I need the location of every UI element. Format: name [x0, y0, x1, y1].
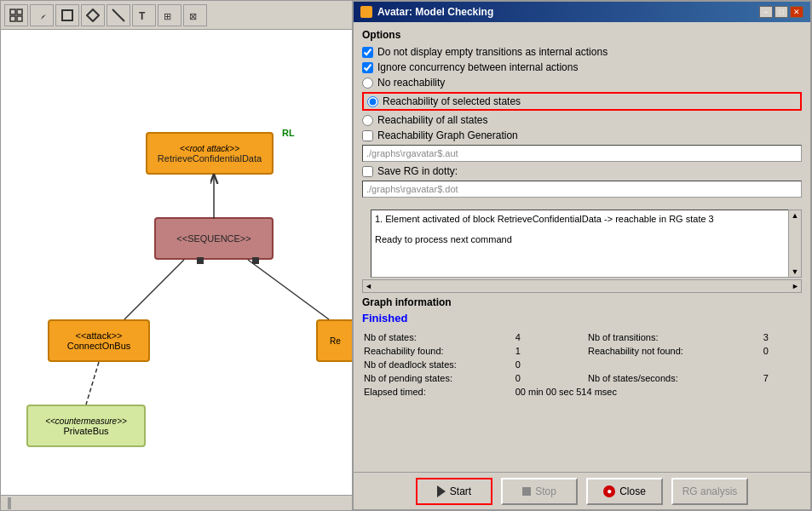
toolbar-btn-5[interactable]	[107, 4, 130, 26]
state-indicator-2	[252, 257, 259, 264]
close-button[interactable]: ● Close	[586, 478, 663, 505]
diagram-canvas: RL <<root attack>> RetrieveConfidentialD…	[1, 30, 354, 511]
svg-line-6	[112, 9, 124, 21]
attack-name: ConnectOnBus	[67, 341, 131, 351]
radio-row-3: Reachability of all states	[362, 114, 802, 126]
input-aut-path[interactable]	[362, 145, 802, 162]
radio-2-label: Reachability of selected states	[383, 95, 521, 107]
scroll-down-icon[interactable]: ▼	[792, 267, 799, 276]
scroll-left-icon[interactable]: ◄	[365, 282, 372, 290]
toolbar-btn-3[interactable]	[55, 4, 79, 26]
stop-icon	[522, 487, 531, 496]
node-countermeasure[interactable]: <<countermeasure>> PrivateBus	[26, 405, 146, 447]
graph-info: Graph information Finished Nb of states:…	[362, 296, 802, 399]
checkbox-1-label: Do not display empty transitions as inte…	[377, 46, 608, 58]
checkbox-2-label: Ignore concurrency between internal acti…	[377, 61, 578, 73]
checkbox-row-2: Ignore concurrency between internal acti…	[362, 61, 802, 73]
nb-deadlock-label: Nb of deadlock states:	[364, 359, 510, 370]
output-container: 1. Element activated of block RetrieveCo…	[362, 210, 802, 278]
window-close-button[interactable]: ✕	[790, 6, 803, 18]
radio-no-reachability[interactable]	[362, 78, 373, 89]
svg-text:T: T	[139, 10, 146, 22]
nb-states-seconds-val: 7	[760, 372, 800, 384]
attack-stereotype: <<attack>>	[75, 330, 122, 341]
rg-analysis-label: RG analysis	[682, 485, 738, 497]
stop-button[interactable]: Stop	[501, 478, 578, 505]
radio-1-label: No reachability	[377, 77, 445, 89]
title-bar: Avatar: Model Checking − □ ✕	[354, 2, 810, 22]
output-line-2	[375, 224, 789, 234]
reachability-not-found-val: 0	[760, 345, 800, 357]
svg-rect-0	[10, 9, 15, 14]
sequence-label: <<SEQUENCE>>	[176, 233, 251, 244]
checkbox-save-rg[interactable]	[362, 166, 373, 177]
scroll-right-icon[interactable]: ►	[792, 282, 799, 290]
horizontal-scrollbar[interactable]: ◄ ►	[362, 279, 802, 293]
checkbox-row-rg: Reachability Graph Generation	[362, 129, 802, 141]
node-sequence[interactable]: <<SEQUENCE>>	[154, 217, 274, 260]
toolbar: T ⊞ ⊠	[1, 1, 353, 30]
graph-info-title: Graph information	[362, 296, 802, 308]
save-rg-label: Save RG in dotty:	[377, 165, 458, 177]
finished-status: Finished	[362, 312, 802, 324]
toolbar-btn-4[interactable]	[81, 4, 105, 26]
svg-marker-5	[87, 9, 99, 21]
input-dot-path[interactable]	[362, 181, 802, 198]
toolbar-btn-7[interactable]: ⊞	[158, 4, 181, 26]
start-label: Start	[450, 485, 471, 497]
minimize-button[interactable]: −	[759, 6, 773, 18]
rl-label: RL	[282, 128, 295, 138]
title-bar-left: Avatar: Model Checking	[360, 6, 493, 18]
nb-states-label: Nb of states:	[364, 331, 510, 343]
stop-label: Stop	[535, 485, 556, 497]
svg-rect-4	[62, 10, 72, 20]
radio-row-1: No reachability	[362, 77, 802, 89]
toolbar-btn-6[interactable]: T	[132, 4, 156, 26]
node-attack[interactable]: <<attack>> ConnectOnBus	[48, 319, 150, 362]
nb-states-val: 4	[512, 331, 552, 343]
node-root-attack[interactable]: <<root attack>> RetrieveConfidentialData	[146, 132, 274, 175]
checkbox-rg-generation[interactable]	[362, 130, 373, 141]
start-button[interactable]: Start	[416, 478, 492, 505]
svg-rect-2	[10, 16, 15, 21]
dialog: Avatar: Model Checking − □ ✕ Options Do …	[352, 0, 812, 511]
output-line-1: 1. Element activated of block RetrieveCo…	[375, 214, 789, 224]
nb-pending-val: 0	[512, 372, 552, 384]
output-scrollbar[interactable]: ▲ ▼	[788, 210, 802, 278]
countermeasure-name: PrivateBus	[63, 426, 108, 436]
checkbox-concurrency[interactable]	[362, 62, 373, 73]
rg-analysis-button[interactable]: RG analysis	[671, 478, 748, 505]
radio-4-label: Reachability Graph Generation	[377, 129, 518, 141]
re-label: Re	[330, 336, 341, 346]
svg-line-11	[124, 260, 184, 319]
checkbox-empty-transitions[interactable]	[362, 47, 373, 58]
countermeasure-stereotype: <<countermeasure>>	[45, 416, 127, 426]
diagram-area: T ⊞ ⊠ RL <<root attack>> RetrieveConfide…	[0, 0, 354, 511]
reachability-found-val: 1	[512, 345, 552, 357]
elapsed-time-label: Elapsed timed:	[364, 386, 510, 398]
nb-states-seconds-label: Nb of states/seconds:	[554, 372, 758, 384]
maximize-button[interactable]: □	[775, 6, 788, 18]
bottom-buttons: Start Stop ● Close RG analysis	[354, 472, 810, 509]
svg-text:⊞: ⊞	[164, 11, 171, 21]
reachability-found-label: Reachability found:	[364, 345, 510, 357]
status-divider	[8, 497, 11, 509]
radio-all-states[interactable]	[362, 115, 373, 126]
close-label: Close	[619, 485, 646, 497]
scroll-up-icon[interactable]: ▲	[792, 211, 799, 220]
state-indicator-1	[197, 257, 204, 264]
toolbar-btn-8[interactable]: ⊠	[183, 4, 207, 26]
nb-transitions-label: Nb of transitions:	[554, 331, 758, 343]
stats-table: Nb of states: 4 Nb of transitions: 3 Rea…	[362, 330, 802, 399]
svg-line-13	[86, 362, 99, 405]
elapsed-time-val: 00 min 00 sec 514 msec	[512, 386, 800, 398]
dialog-title: Avatar: Model Checking	[377, 6, 493, 18]
title-buttons: − □ ✕	[757, 6, 803, 18]
toolbar-btn-1[interactable]	[4, 4, 28, 26]
node-re[interactable]: Re	[316, 319, 354, 362]
radio-selected-states[interactable]	[367, 96, 378, 107]
output-area[interactable]: 1. Element activated of block RetrieveCo…	[371, 210, 793, 278]
options-section: Options Do not display empty transitions…	[354, 22, 810, 208]
toolbar-btn-2[interactable]	[30, 4, 54, 26]
checkbox-row-save-rg: Save RG in dotty:	[362, 165, 802, 177]
